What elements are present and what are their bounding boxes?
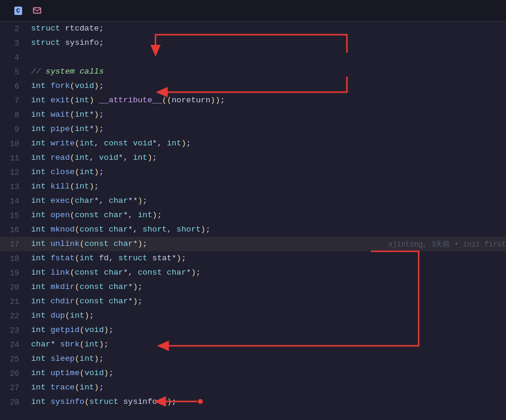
line-content: int getpid(void); <box>29 323 506 337</box>
line-content: int mkdir(const char*); <box>29 280 506 294</box>
line-number: 26 <box>0 369 29 378</box>
code-line: 28int sysinfo(struct sysinfo *); <box>0 395 506 409</box>
code-line: 13int kill(int); <box>0 179 506 194</box>
code-line: 11int read(int, void*, int); <box>0 151 506 165</box>
code-line: 16int mknod(const char*, short, short); <box>0 223 506 237</box>
code-line: 4 <box>0 50 506 65</box>
git-blame: xjintong, 3天前 • init first <box>376 239 506 249</box>
code-line: 10int write(int, const void*, int); <box>0 136 506 151</box>
line-content: struct sysinfo; <box>29 36 506 50</box>
line-number: 27 <box>0 384 29 392</box>
code-line: 22int dup(int); <box>0 309 506 323</box>
line-content: int fork(void); <box>29 79 506 93</box>
line-content: int link(const char*, const char*); <box>29 266 506 280</box>
svg-rect-0 <box>33 8 41 13</box>
line-number: 4 <box>0 53 29 62</box>
code-area: 2struct rtcdate;3struct sysinfo;45// sys… <box>0 22 506 420</box>
line-number: 9 <box>0 125 29 134</box>
line-number: 3 <box>0 39 29 48</box>
line-content: int open(const char*, int); <box>29 208 506 223</box>
line-content: int dup(int); <box>29 309 506 323</box>
line-content: int close(int); <box>29 165 506 179</box>
code-line: 19int link(const char*, const char*); <box>0 266 506 280</box>
line-number: 18 <box>0 254 29 263</box>
line-number: 13 <box>0 182 29 191</box>
line-content: int fstat(int fd, struct stat*); <box>29 251 506 266</box>
line-number: 12 <box>0 168 29 177</box>
line-number: 25 <box>0 355 29 364</box>
code-line: 6int fork(void); <box>0 79 506 93</box>
code-line: 9int pipe(int*); <box>0 122 506 136</box>
line-number: 24 <box>0 340 29 349</box>
code-line: 18int fstat(int fd, struct stat*); <box>0 251 506 266</box>
line-content: int exit(int) __attribute__((noreturn)); <box>29 93 506 108</box>
line-number: 11 <box>0 154 29 163</box>
line-content: int read(int, void*, int); <box>29 151 506 165</box>
code-line: 23int getpid(void); <box>0 323 506 337</box>
code-line: 8int wait(int*); <box>0 108 506 122</box>
code-line: 21int chdir(const char*); <box>0 294 506 309</box>
line-number: 17 <box>0 240 29 249</box>
line-number: 28 <box>0 398 29 407</box>
line-number: 14 <box>0 197 29 206</box>
line-content: int write(int, const void*, int); <box>29 136 506 151</box>
line-number: 2 <box>0 25 29 34</box>
line-number: 15 <box>0 211 29 220</box>
line-number: 7 <box>0 96 29 105</box>
breadcrumb-mail-icon <box>33 7 41 14</box>
line-content: int wait(int*); <box>29 108 506 122</box>
line-content: int trace(int); <box>29 381 506 395</box>
line-number: 19 <box>0 269 29 278</box>
line-content: int sleep(int); <box>29 352 506 366</box>
code-line: 14int exec(char*, char**); <box>0 194 506 208</box>
code-line: 3struct sysinfo; <box>0 36 506 50</box>
breadcrumb-c-icon: C <box>14 7 22 15</box>
line-content: int pipe(int*); <box>29 122 506 136</box>
code-line: 7int exit(int) __attribute__((noreturn))… <box>0 93 506 108</box>
code-line: 20int mkdir(const char*); <box>0 280 506 294</box>
code-line: 2struct rtcdate; <box>0 22 506 36</box>
line-number: 8 <box>0 111 29 120</box>
line-number: 10 <box>0 139 29 148</box>
code-line: 25int sleep(int); <box>0 352 506 366</box>
code-line: 12int close(int); <box>0 165 506 179</box>
line-content: int kill(int); <box>29 179 506 194</box>
line-number: 23 <box>0 326 29 335</box>
line-number: 16 <box>0 226 29 235</box>
code-line: 26int uptime(void); <box>0 366 506 381</box>
line-content: int chdir(const char*); <box>29 294 506 309</box>
line-number: 21 <box>0 297 29 306</box>
line-content: struct rtcdate; <box>29 22 506 36</box>
code-line: 27int trace(int); <box>0 381 506 395</box>
line-content: int uptime(void); <box>29 366 506 381</box>
line-number: 5 <box>0 68 29 77</box>
line-content: // system calls <box>29 65 506 79</box>
line-content: int mknod(const char*, short, short); <box>29 223 506 237</box>
line-number: 6 <box>0 82 29 91</box>
line-number: 22 <box>0 312 29 321</box>
code-line: 17int unlink(const char*);xjintong, 3天前 … <box>0 237 506 251</box>
line-content: int sysinfo(struct sysinfo *); <box>29 395 506 409</box>
line-number: 20 <box>0 283 29 292</box>
breadcrumb: C <box>0 0 506 22</box>
line-content: int unlink(const char*); <box>29 237 376 251</box>
code-line: 24char* sbrk(int); <box>0 337 506 352</box>
line-content: char* sbrk(int); <box>29 337 506 352</box>
code-line: 15int open(const char*, int); <box>0 208 506 223</box>
line-content: int exec(char*, char**); <box>29 194 506 208</box>
code-line: 5// system calls <box>0 65 506 79</box>
